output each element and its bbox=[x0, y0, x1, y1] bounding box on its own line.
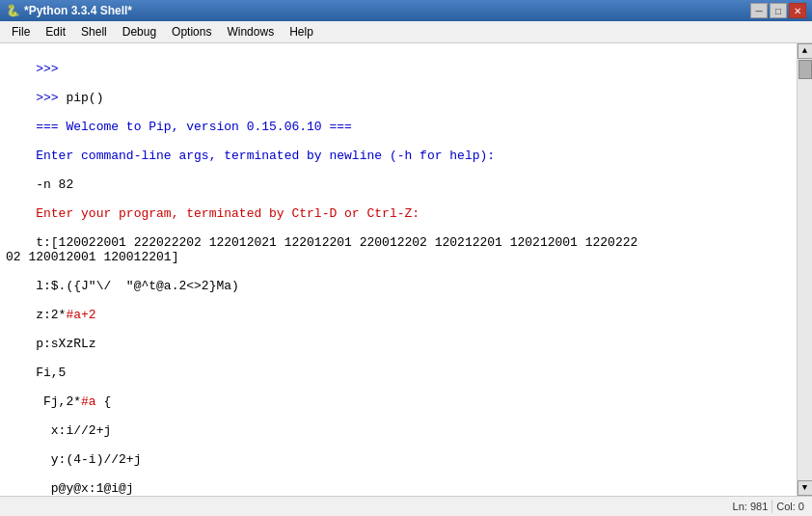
menu-file[interactable]: File bbox=[4, 23, 38, 41]
maximize-button[interactable]: □ bbox=[770, 3, 787, 18]
output-line-6: Enter your program, terminated by Ctrl-D… bbox=[36, 206, 420, 221]
pip-call: pip() bbox=[66, 91, 103, 105]
shell-output[interactable]: >>> >>> pip() === Welcome to Pip, versio… bbox=[0, 43, 797, 496]
line-number: Ln: 981 bbox=[733, 501, 769, 512]
output-line-12b: #a bbox=[81, 394, 96, 409]
output-line-2: >>> bbox=[36, 91, 66, 105]
minimize-button[interactable]: ─ bbox=[750, 3, 768, 18]
output-line-15: p@y@x:1@i@j bbox=[36, 481, 133, 496]
scroll-thumb[interactable] bbox=[798, 60, 812, 79]
scrollbar[interactable]: ▲ ▼ bbox=[797, 43, 812, 496]
output-line-12c: { bbox=[96, 394, 112, 409]
menu-shell[interactable]: Shell bbox=[73, 23, 115, 41]
output-line-13: x:i//2+j bbox=[36, 423, 111, 438]
output-line-8: l:$.({J"\/ "@^t@a.2<>2}Ma) bbox=[36, 279, 239, 293]
output-line-11: Fi,5 bbox=[36, 366, 66, 380]
scroll-up-button[interactable]: ▲ bbox=[798, 43, 813, 59]
scroll-down-button[interactable]: ▼ bbox=[798, 480, 813, 496]
menu-windows[interactable]: Windows bbox=[219, 23, 282, 41]
output-line-5: -n 82 bbox=[36, 177, 73, 192]
title-bar: 🐍 *Python 3.3.4 Shell* ─ □ ✕ bbox=[0, 0, 812, 21]
output-line-4: Enter command-line args, terminated by n… bbox=[36, 149, 495, 163]
menu-edit[interactable]: Edit bbox=[38, 23, 73, 41]
output-line-12: Fj,2* bbox=[36, 394, 81, 409]
menu-options[interactable]: Options bbox=[164, 23, 219, 41]
output-line-7: t:[120022001 222022202 122012021 1220122… bbox=[6, 235, 637, 264]
output-line-9: z:2* bbox=[36, 308, 66, 322]
output-line-14: y:(4-i)//2+j bbox=[36, 452, 141, 467]
menu-bar: File Edit Shell Debug Options Windows He… bbox=[0, 21, 812, 43]
menu-debug[interactable]: Debug bbox=[115, 23, 164, 41]
app-icon: 🐍 bbox=[6, 4, 20, 17]
output-line-1: >>> bbox=[36, 62, 66, 76]
close-button[interactable]: ✕ bbox=[789, 3, 806, 18]
output-line-3: === Welcome to Pip, version 0.15.06.10 =… bbox=[36, 120, 352, 134]
scroll-track[interactable] bbox=[798, 59, 813, 480]
col-number: Col: 0 bbox=[776, 501, 804, 512]
menu-help[interactable]: Help bbox=[282, 23, 321, 41]
window-title: *Python 3.3.4 Shell* bbox=[24, 4, 132, 17]
output-line-9b: #a+2 bbox=[66, 308, 95, 322]
shell-container: >>> >>> pip() === Welcome to Pip, versio… bbox=[0, 43, 812, 496]
status-separator bbox=[771, 500, 772, 513]
window-controls: ─ □ ✕ bbox=[750, 3, 806, 18]
status-bar: Ln: 981 Col: 0 bbox=[0, 496, 812, 515]
output-line-10: p:sXzRLz bbox=[36, 337, 95, 351]
